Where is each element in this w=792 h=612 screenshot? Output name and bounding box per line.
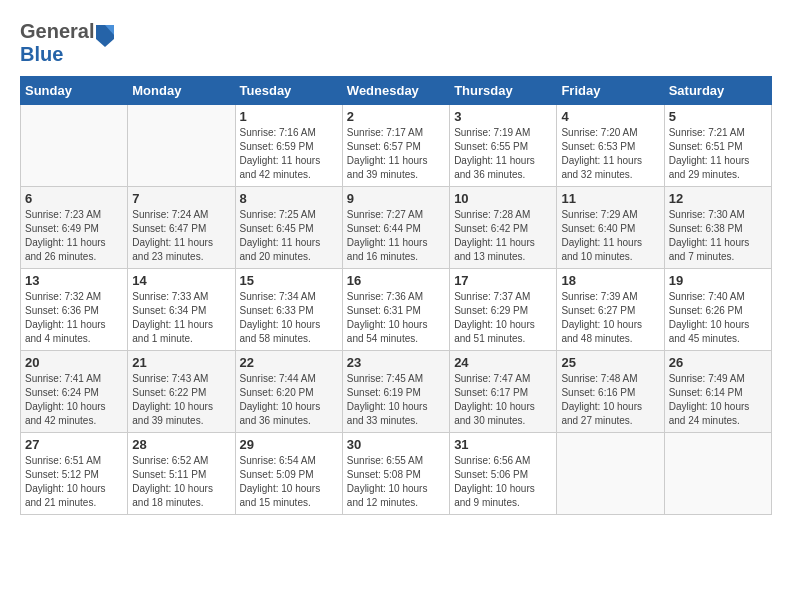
day-info: Sunrise: 7:34 AM Sunset: 6:33 PM Dayligh… bbox=[240, 290, 338, 346]
day-info: Sunrise: 7:30 AM Sunset: 6:38 PM Dayligh… bbox=[669, 208, 767, 264]
day-info: Sunrise: 7:36 AM Sunset: 6:31 PM Dayligh… bbox=[347, 290, 445, 346]
day-number: 16 bbox=[347, 273, 445, 288]
day-number: 9 bbox=[347, 191, 445, 206]
day-info: Sunrise: 7:24 AM Sunset: 6:47 PM Dayligh… bbox=[132, 208, 230, 264]
day-info: Sunrise: 7:19 AM Sunset: 6:55 PM Dayligh… bbox=[454, 126, 552, 182]
calendar-cell bbox=[21, 105, 128, 187]
weekday-header: Thursday bbox=[450, 77, 557, 105]
day-number: 14 bbox=[132, 273, 230, 288]
day-number: 20 bbox=[25, 355, 123, 370]
calendar-cell: 6Sunrise: 7:23 AM Sunset: 6:49 PM Daylig… bbox=[21, 187, 128, 269]
calendar-cell: 4Sunrise: 7:20 AM Sunset: 6:53 PM Daylig… bbox=[557, 105, 664, 187]
day-info: Sunrise: 7:44 AM Sunset: 6:20 PM Dayligh… bbox=[240, 372, 338, 428]
day-info: Sunrise: 6:52 AM Sunset: 5:11 PM Dayligh… bbox=[132, 454, 230, 510]
calendar-cell: 26Sunrise: 7:49 AM Sunset: 6:14 PM Dayli… bbox=[664, 351, 771, 433]
day-number: 31 bbox=[454, 437, 552, 452]
day-info: Sunrise: 7:16 AM Sunset: 6:59 PM Dayligh… bbox=[240, 126, 338, 182]
calendar-table: SundayMondayTuesdayWednesdayThursdayFrid… bbox=[20, 76, 772, 515]
day-number: 11 bbox=[561, 191, 659, 206]
calendar-cell: 10Sunrise: 7:28 AM Sunset: 6:42 PM Dayli… bbox=[450, 187, 557, 269]
weekday-header: Saturday bbox=[664, 77, 771, 105]
calendar-cell: 15Sunrise: 7:34 AM Sunset: 6:33 PM Dayli… bbox=[235, 269, 342, 351]
calendar-cell: 11Sunrise: 7:29 AM Sunset: 6:40 PM Dayli… bbox=[557, 187, 664, 269]
calendar-cell: 30Sunrise: 6:55 AM Sunset: 5:08 PM Dayli… bbox=[342, 433, 449, 515]
calendar-week-row: 6Sunrise: 7:23 AM Sunset: 6:49 PM Daylig… bbox=[21, 187, 772, 269]
day-info: Sunrise: 7:29 AM Sunset: 6:40 PM Dayligh… bbox=[561, 208, 659, 264]
page-header: General Blue bbox=[20, 20, 772, 66]
calendar-cell: 12Sunrise: 7:30 AM Sunset: 6:38 PM Dayli… bbox=[664, 187, 771, 269]
calendar-cell: 16Sunrise: 7:36 AM Sunset: 6:31 PM Dayli… bbox=[342, 269, 449, 351]
day-number: 28 bbox=[132, 437, 230, 452]
weekday-header: Wednesday bbox=[342, 77, 449, 105]
calendar-cell bbox=[128, 105, 235, 187]
calendar-header-row: SundayMondayTuesdayWednesdayThursdayFrid… bbox=[21, 77, 772, 105]
day-info: Sunrise: 7:28 AM Sunset: 6:42 PM Dayligh… bbox=[454, 208, 552, 264]
calendar-cell: 14Sunrise: 7:33 AM Sunset: 6:34 PM Dayli… bbox=[128, 269, 235, 351]
calendar-cell: 20Sunrise: 7:41 AM Sunset: 6:24 PM Dayli… bbox=[21, 351, 128, 433]
day-number: 2 bbox=[347, 109, 445, 124]
day-number: 17 bbox=[454, 273, 552, 288]
day-number: 19 bbox=[669, 273, 767, 288]
day-info: Sunrise: 7:20 AM Sunset: 6:53 PM Dayligh… bbox=[561, 126, 659, 182]
calendar-cell: 19Sunrise: 7:40 AM Sunset: 6:26 PM Dayli… bbox=[664, 269, 771, 351]
calendar-cell: 17Sunrise: 7:37 AM Sunset: 6:29 PM Dayli… bbox=[450, 269, 557, 351]
day-number: 25 bbox=[561, 355, 659, 370]
day-number: 24 bbox=[454, 355, 552, 370]
day-number: 3 bbox=[454, 109, 552, 124]
day-info: Sunrise: 6:55 AM Sunset: 5:08 PM Dayligh… bbox=[347, 454, 445, 510]
calendar-cell: 2Sunrise: 7:17 AM Sunset: 6:57 PM Daylig… bbox=[342, 105, 449, 187]
calendar-week-row: 1Sunrise: 7:16 AM Sunset: 6:59 PM Daylig… bbox=[21, 105, 772, 187]
day-info: Sunrise: 7:45 AM Sunset: 6:19 PM Dayligh… bbox=[347, 372, 445, 428]
day-number: 30 bbox=[347, 437, 445, 452]
day-info: Sunrise: 7:23 AM Sunset: 6:49 PM Dayligh… bbox=[25, 208, 123, 264]
day-number: 1 bbox=[240, 109, 338, 124]
calendar-week-row: 13Sunrise: 7:32 AM Sunset: 6:36 PM Dayli… bbox=[21, 269, 772, 351]
calendar-cell: 27Sunrise: 6:51 AM Sunset: 5:12 PM Dayli… bbox=[21, 433, 128, 515]
calendar-cell: 9Sunrise: 7:27 AM Sunset: 6:44 PM Daylig… bbox=[342, 187, 449, 269]
day-number: 21 bbox=[132, 355, 230, 370]
day-number: 6 bbox=[25, 191, 123, 206]
day-number: 23 bbox=[347, 355, 445, 370]
day-number: 10 bbox=[454, 191, 552, 206]
day-info: Sunrise: 7:41 AM Sunset: 6:24 PM Dayligh… bbox=[25, 372, 123, 428]
logo: General Blue bbox=[20, 20, 114, 66]
day-number: 7 bbox=[132, 191, 230, 206]
day-info: Sunrise: 7:33 AM Sunset: 6:34 PM Dayligh… bbox=[132, 290, 230, 346]
calendar-cell: 5Sunrise: 7:21 AM Sunset: 6:51 PM Daylig… bbox=[664, 105, 771, 187]
calendar-cell: 22Sunrise: 7:44 AM Sunset: 6:20 PM Dayli… bbox=[235, 351, 342, 433]
day-number: 4 bbox=[561, 109, 659, 124]
calendar-cell bbox=[664, 433, 771, 515]
day-info: Sunrise: 6:56 AM Sunset: 5:06 PM Dayligh… bbox=[454, 454, 552, 510]
day-info: Sunrise: 7:37 AM Sunset: 6:29 PM Dayligh… bbox=[454, 290, 552, 346]
day-info: Sunrise: 7:47 AM Sunset: 6:17 PM Dayligh… bbox=[454, 372, 552, 428]
weekday-header: Tuesday bbox=[235, 77, 342, 105]
day-info: Sunrise: 6:54 AM Sunset: 5:09 PM Dayligh… bbox=[240, 454, 338, 510]
weekday-header: Sunday bbox=[21, 77, 128, 105]
weekday-header: Friday bbox=[557, 77, 664, 105]
calendar-cell: 31Sunrise: 6:56 AM Sunset: 5:06 PM Dayli… bbox=[450, 433, 557, 515]
day-info: Sunrise: 7:40 AM Sunset: 6:26 PM Dayligh… bbox=[669, 290, 767, 346]
calendar-cell: 8Sunrise: 7:25 AM Sunset: 6:45 PM Daylig… bbox=[235, 187, 342, 269]
calendar-cell: 1Sunrise: 7:16 AM Sunset: 6:59 PM Daylig… bbox=[235, 105, 342, 187]
day-info: Sunrise: 7:49 AM Sunset: 6:14 PM Dayligh… bbox=[669, 372, 767, 428]
calendar-cell: 13Sunrise: 7:32 AM Sunset: 6:36 PM Dayli… bbox=[21, 269, 128, 351]
day-info: Sunrise: 7:32 AM Sunset: 6:36 PM Dayligh… bbox=[25, 290, 123, 346]
calendar-week-row: 20Sunrise: 7:41 AM Sunset: 6:24 PM Dayli… bbox=[21, 351, 772, 433]
day-number: 8 bbox=[240, 191, 338, 206]
calendar-cell: 21Sunrise: 7:43 AM Sunset: 6:22 PM Dayli… bbox=[128, 351, 235, 433]
calendar-cell: 29Sunrise: 6:54 AM Sunset: 5:09 PM Dayli… bbox=[235, 433, 342, 515]
day-info: Sunrise: 6:51 AM Sunset: 5:12 PM Dayligh… bbox=[25, 454, 123, 510]
day-info: Sunrise: 7:25 AM Sunset: 6:45 PM Dayligh… bbox=[240, 208, 338, 264]
calendar-cell: 18Sunrise: 7:39 AM Sunset: 6:27 PM Dayli… bbox=[557, 269, 664, 351]
day-info: Sunrise: 7:17 AM Sunset: 6:57 PM Dayligh… bbox=[347, 126, 445, 182]
day-number: 26 bbox=[669, 355, 767, 370]
calendar-cell: 24Sunrise: 7:47 AM Sunset: 6:17 PM Dayli… bbox=[450, 351, 557, 433]
weekday-header: Monday bbox=[128, 77, 235, 105]
calendar-cell bbox=[557, 433, 664, 515]
day-info: Sunrise: 7:39 AM Sunset: 6:27 PM Dayligh… bbox=[561, 290, 659, 346]
calendar-cell: 23Sunrise: 7:45 AM Sunset: 6:19 PM Dayli… bbox=[342, 351, 449, 433]
day-info: Sunrise: 7:43 AM Sunset: 6:22 PM Dayligh… bbox=[132, 372, 230, 428]
calendar-cell: 25Sunrise: 7:48 AM Sunset: 6:16 PM Dayli… bbox=[557, 351, 664, 433]
calendar-cell: 3Sunrise: 7:19 AM Sunset: 6:55 PM Daylig… bbox=[450, 105, 557, 187]
day-number: 18 bbox=[561, 273, 659, 288]
